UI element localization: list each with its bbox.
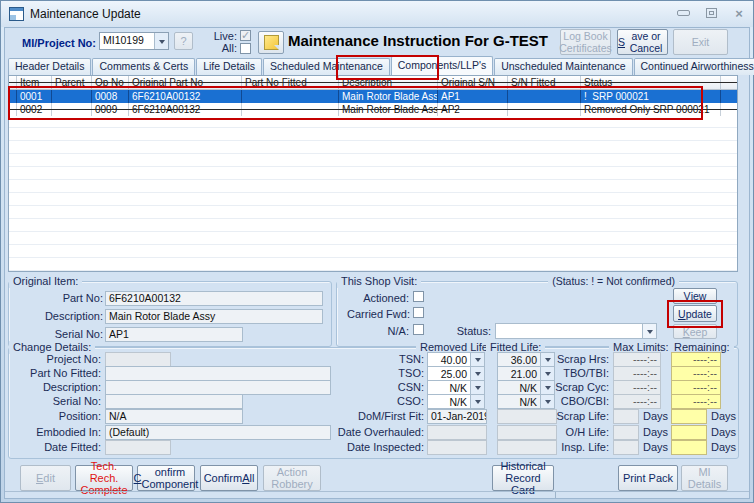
insp-life-label: Insp. Life: <box>537 441 609 454</box>
date-inspected-label: Date Inspected: <box>324 441 424 454</box>
close-icon[interactable]: × <box>732 6 746 20</box>
insp-life-remaining-days: Days <box>711 441 741 454</box>
scrap-life-label: Scrap Life: <box>537 410 609 423</box>
cso-removed-combobox[interactable]: N/K <box>427 394 485 409</box>
oh-life-remaining-field <box>671 425 707 440</box>
all-label: All: <box>196 42 237 55</box>
tbo-tbi-max-field: ----:-- <box>613 366 661 381</box>
print-pack-button[interactable]: Print Pack <box>618 465 678 491</box>
csn-removed-combobox[interactable]: N/K <box>427 380 485 395</box>
tsn-removed-combobox[interactable]: 40.00 <box>427 352 485 367</box>
edit-button[interactable]: Edit <box>20 465 71 491</box>
table-row-selected[interactable]: 0001 0008 6F6210A00132 Main Rotor Blade … <box>9 90 737 103</box>
scrap-cyc-remaining-field: ----:-- <box>671 380 721 395</box>
position-label: Position: <box>11 410 101 423</box>
change-serial-no-field <box>105 394 243 409</box>
action-robbery-button[interactable]: Action Robbery <box>263 465 321 491</box>
insp-life-remaining-field <box>671 440 707 455</box>
tab-comments-certs[interactable]: Comments & Certs <box>92 58 195 75</box>
oh-life-label: O/H Life: <box>537 426 609 439</box>
cbo-cbi-remaining-field: ----:-- <box>671 394 721 409</box>
cell-op-no: 0008 <box>92 90 129 103</box>
cell-parent <box>52 90 92 103</box>
carried-fwd-checkbox[interactable] <box>413 307 424 318</box>
keep-button[interactable]: Keep <box>673 324 717 339</box>
serial-no-label: Serial No: <box>13 328 103 341</box>
cell-item: 0002 <box>17 103 52 116</box>
col-description[interactable]: Description <box>339 76 438 89</box>
all-checkbox[interactable] <box>240 43 251 54</box>
mi-project-combobox[interactable]: MI10199 <box>99 32 169 50</box>
cell-original-sn: AP1 <box>438 90 508 103</box>
actioned-label: Actioned: <box>347 292 409 305</box>
view-button[interactable]: View <box>673 288 717 304</box>
table-header-row[interactable]: Item Parent Op No Original Part No Part … <box>9 76 737 90</box>
na-checkbox[interactable] <box>413 324 424 335</box>
exit-button[interactable]: Exit <box>673 29 728 55</box>
chevron-down-icon[interactable] <box>642 324 656 338</box>
col-sn-fitted[interactable]: S/N Fitted <box>508 76 581 89</box>
minimize-button[interactable] <box>676 6 690 20</box>
chevron-down-icon[interactable] <box>470 367 484 380</box>
mi-details-button[interactable]: MI Details <box>681 465 728 491</box>
change-description-field <box>105 380 331 395</box>
tech-rech-complete-button[interactable]: Tech. Rech. Complete <box>75 465 133 491</box>
csn-fitted-value: N/K <box>498 381 540 394</box>
insp-life-max-field <box>613 440 639 455</box>
oh-life-max-field <box>613 425 639 440</box>
maximize-button[interactable] <box>704 6 718 20</box>
status-combobox[interactable] <box>495 323 657 339</box>
historical-record-card-button[interactable]: Historical Record Card <box>492 465 554 491</box>
tso-removed-combobox[interactable]: 25.00 <box>427 366 485 381</box>
cell-part-no-fitted <box>242 103 339 116</box>
embodied-in-field: (Default) <box>105 425 331 440</box>
date-overhauled-label: Date Overhauled: <box>324 426 424 439</box>
chevron-down-icon[interactable] <box>154 33 168 49</box>
embodied-in-label: Embodied In: <box>11 426 101 439</box>
cso-label: CSO: <box>324 395 424 408</box>
tab-continued-airworthiness[interactable]: Continued Airworthiness Requirements <box>634 58 754 75</box>
original-item-group: Original Item: Part No: 6F6210A00132 Des… <box>8 281 332 347</box>
oh-life-max-days: Days <box>643 426 673 439</box>
tab-header-details[interactable]: Header Details <box>8 58 91 75</box>
cso-removed-value: N/K <box>428 395 470 408</box>
page-title: Maintenance Instruction For G-TEST <box>278 32 558 49</box>
description-label: Description: <box>13 310 103 323</box>
col-original-part-no[interactable]: Original Part No <box>129 76 242 89</box>
tab-unscheduled-maintenance[interactable]: Unscheduled Maintenance <box>494 58 632 75</box>
status-note: (Status: ! = Not confirmed) <box>548 275 679 288</box>
shop-visit-group: This Shop Visit: (Status: ! = Not confir… <box>336 281 738 347</box>
actioned-checkbox[interactable] <box>413 291 424 302</box>
confirm-all-button[interactable]: Confirm All <box>200 465 258 491</box>
insp-life-max-days: Days <box>643 441 673 454</box>
dom-first-fit-label: DoM/First Fit: <box>324 410 424 423</box>
update-button[interactable]: Update <box>673 305 717 322</box>
log-book-certificates-button[interactable]: Log Book Certificates <box>560 29 611 55</box>
tab-components-llps[interactable]: Components/LLP's <box>391 56 493 75</box>
chevron-down-icon[interactable] <box>470 353 484 366</box>
col-status[interactable]: Status <box>581 76 721 89</box>
tab-scheduled-maintenance[interactable]: Scheduled Maintenance <box>263 58 390 75</box>
carried-fwd-label: Carried Fwd: <box>347 308 409 321</box>
confirm-component-button[interactable]: Confirm Component <box>137 465 195 491</box>
save-or-cancel-button[interactable]: Save or Cancel <box>617 29 668 55</box>
chevron-down-icon[interactable] <box>470 395 484 408</box>
col-parent[interactable]: Parent <box>52 76 92 89</box>
cell-original-part-no: 6F6210A00132 <box>129 90 242 103</box>
scrap-life-max-field <box>613 409 639 424</box>
scrap-life-remaining-days: Days <box>711 410 741 423</box>
part-no-label: Part No: <box>13 292 103 305</box>
chevron-down-icon[interactable] <box>470 381 484 394</box>
col-op-no[interactable]: Op No <box>92 76 129 89</box>
col-item[interactable]: Item <box>17 76 52 89</box>
help-button[interactable]: ? <box>174 32 193 50</box>
cso-fitted-value: N/K <box>498 395 540 408</box>
col-part-no-fitted[interactable]: Part No Fitted <box>242 76 339 89</box>
project-no-field <box>105 352 171 367</box>
live-checkbox[interactable] <box>240 30 251 41</box>
components-table[interactable]: Item Parent Op No Original Part No Part … <box>8 75 738 272</box>
table-row-struck[interactable]: 0002 0009 6F6210A00132 Main Rotor Blade … <box>9 103 737 116</box>
cell-original-part-no: 6F6210A00132 <box>129 103 242 116</box>
tab-life-details[interactable]: Life Details <box>196 58 262 75</box>
col-original-sn[interactable]: Original S/N <box>438 76 508 89</box>
